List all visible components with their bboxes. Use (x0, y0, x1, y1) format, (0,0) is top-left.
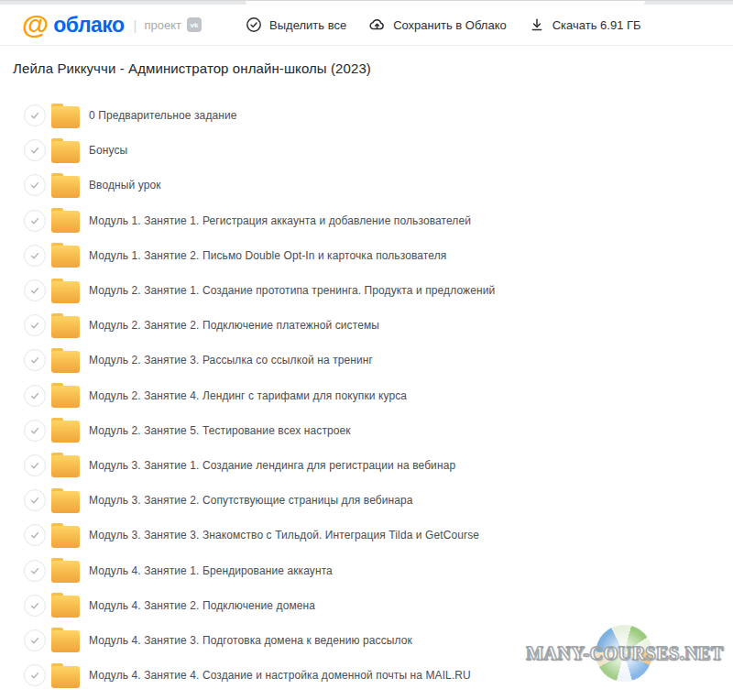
folder-checkbox[interactable] (24, 349, 46, 371)
folder-icon (51, 488, 80, 513)
folder-checkbox[interactable] (24, 104, 46, 126)
folder-icon (51, 243, 80, 268)
folder-row[interactable]: Вводный урок (0, 168, 733, 202)
folder-label: Модуль 1. Занятие 1. Регистрация аккаунт… (89, 214, 471, 227)
folder-row[interactable]: Модуль 2. Занятие 5. Тестирование всех н… (0, 413, 733, 448)
download-icon (529, 16, 552, 33)
folder-label: Модуль 3. Занятие 1. Создание лендинга д… (89, 459, 455, 472)
folder-icon (51, 558, 80, 583)
folder-icon (51, 383, 80, 408)
folder-row[interactable]: Модуль 3. Занятие 1. Создание лендинга д… (0, 448, 733, 483)
folder-row[interactable]: Модуль 4. Занятие 3. Подготовка домена к… (0, 623, 733, 658)
folder-checkbox[interactable] (24, 454, 46, 476)
folder-label: Модуль 4. Занятие 1. Брендирование аккау… (89, 564, 333, 577)
folder-checkbox[interactable] (24, 560, 46, 582)
checkmark-icon (29, 355, 40, 366)
folder-checkbox[interactable] (24, 524, 46, 546)
folder-label: Модуль 3. Занятие 2. Сопутствующие стран… (89, 494, 413, 507)
folder-label: Модуль 2. Занятие 4. Лендинг с тарифами … (89, 389, 407, 402)
project-label: проект (145, 18, 182, 32)
checkmark-icon (29, 250, 40, 261)
folder-row[interactable]: Модуль 1. Занятие 1. Регистрация аккаунт… (0, 203, 733, 238)
folder-row[interactable]: Модуль 2. Занятие 4. Лендинг с тарифами … (0, 378, 733, 413)
checkmark-icon (29, 425, 40, 436)
folder-row[interactable]: Модуль 2. Занятие 3. Рассылка со ссылкой… (0, 343, 733, 377)
checkmark-icon (29, 530, 40, 541)
folder-label: Бонусы (89, 144, 127, 157)
folder-row[interactable]: Бонусы (0, 133, 733, 168)
checkmark-icon (29, 635, 40, 646)
folder-checkbox[interactable] (24, 279, 46, 301)
checkmark-icon (29, 670, 40, 681)
folder-row[interactable]: Модуль 2. Занятие 1. Создание прототипа … (0, 273, 733, 308)
folder-icon (51, 208, 80, 233)
folder-label: Модуль 2. Занятие 5. Тестирование всех н… (89, 424, 351, 437)
folder-checkbox[interactable] (24, 245, 46, 267)
folder-icon (51, 628, 80, 652)
checkmark-icon (29, 180, 40, 191)
folder-checkbox[interactable] (24, 385, 46, 407)
folder-icon (51, 418, 80, 443)
folder-icon (51, 523, 80, 548)
folder-label: Модуль 2. Занятие 2. Подключение платежн… (89, 319, 379, 332)
folder-checkbox[interactable] (24, 629, 46, 651)
save-to-cloud-button[interactable]: Сохранить в Облако (368, 16, 507, 33)
folder-label: 0 Предварительное задание (89, 109, 237, 122)
logo-separator: | (134, 17, 137, 33)
folder-row[interactable]: Модуль 1. Занятие 2. Письмо Double Opt-I… (0, 238, 733, 273)
checkmark-icon (29, 285, 40, 296)
checkmark-icon (29, 495, 40, 506)
folder-icon (51, 313, 80, 338)
folder-checkbox[interactable] (24, 174, 46, 196)
save-to-cloud-label: Сохранить в Облако (393, 18, 507, 32)
toolbar: Выделить все Сохранить в Облако Скач (246, 16, 663, 33)
folder-label: Модуль 4. Занятие 4. Создание и настройк… (89, 669, 471, 682)
cloud-upload-icon (368, 16, 393, 33)
folder-checkbox[interactable] (24, 139, 46, 161)
folder-label: Модуль 1. Занятие 2. Письмо Double Opt-I… (89, 249, 446, 262)
folder-label: Модуль 4. Занятие 2. Подключение домена (89, 599, 315, 612)
vk-badge-icon: vk (187, 17, 202, 32)
folder-checkbox[interactable] (24, 489, 46, 511)
folder-icon (51, 663, 80, 688)
folder-icon (51, 453, 80, 477)
folder-label: Модуль 3. Занятие 3. Знакомство с Тильдо… (89, 529, 479, 541)
folder-checkbox[interactable] (24, 664, 46, 686)
folder-row[interactable]: Модуль 4. Занятие 2. Подключение домена (0, 588, 733, 623)
folder-checkbox[interactable] (24, 314, 46, 336)
folder-row[interactable]: Модуль 4. Занятие 1. Брендирование аккау… (0, 552, 733, 587)
select-all-button[interactable]: Выделить все (246, 16, 346, 33)
folder-icon (51, 348, 80, 373)
folder-row[interactable]: Модуль 3. Занятие 2. Сопутствующие стран… (0, 483, 733, 518)
checkmark-icon (29, 215, 40, 226)
page-title: Лейла Риккуччи - Администратор онлайн-шк… (13, 60, 733, 76)
checkmark-icon (29, 110, 40, 121)
header: @ облако | проект vk Выделить все (0, 5, 733, 46)
download-button[interactable]: Скачать 6.91 ГБ (529, 16, 641, 33)
mailru-at-icon: @ (22, 11, 48, 38)
checkmark-icon (29, 460, 40, 471)
select-all-label: Выделить все (269, 18, 346, 32)
folder-label: Модуль 4. Занятие 3. Подготовка домена к… (89, 634, 412, 647)
checkmark-icon (29, 600, 40, 611)
check-circle-icon (246, 16, 269, 33)
folder-icon (51, 279, 80, 303)
folder-icon (51, 104, 80, 128)
folder-row[interactable]: Модуль 2. Занятие 2. Подключение платежн… (0, 308, 733, 343)
cloud-logo[interactable]: @ облако | проект vk (22, 11, 202, 38)
download-label: Скачать 6.91 ГБ (552, 18, 641, 32)
folder-icon (51, 138, 80, 163)
folder-checkbox[interactable] (24, 595, 46, 617)
checkmark-icon (29, 145, 40, 156)
folder-list: 0 Предварительное задание Бонусы Вводный… (0, 98, 733, 693)
folder-checkbox[interactable] (24, 210, 46, 232)
top-strip (0, 0, 733, 5)
folder-icon (51, 173, 80, 198)
checkmark-icon (29, 320, 40, 331)
top-strip-notch (246, 1, 645, 5)
folder-checkbox[interactable] (24, 420, 46, 442)
folder-row[interactable]: Модуль 4. Занятие 4. Создание и настройк… (0, 658, 733, 693)
folder-row[interactable]: 0 Предварительное задание (0, 98, 733, 133)
folder-label: Модуль 2. Занятие 1. Создание прототипа … (89, 284, 495, 297)
folder-row[interactable]: Модуль 3. Занятие 3. Знакомство с Тильдо… (0, 518, 733, 552)
